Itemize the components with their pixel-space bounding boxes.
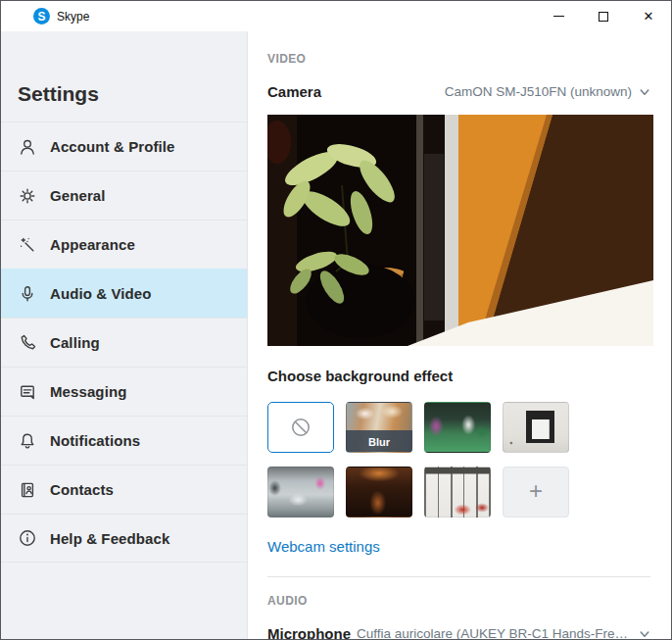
audio-video-settings-panel: VIDEO Camera CamON SM-J510FN (unknown) bbox=[248, 31, 671, 639]
sidebar-item-label: Help & Feedback bbox=[50, 530, 169, 547]
sidebar-item-label: Contacts bbox=[50, 481, 114, 498]
sidebar-item-label: General bbox=[50, 187, 106, 204]
message-icon bbox=[18, 382, 37, 402]
sidebar-item-notifications[interactable]: Notifications bbox=[1, 416, 247, 465]
maximize-icon bbox=[599, 12, 608, 22]
microphone-label: Microphone bbox=[267, 625, 351, 639]
sidebar-item-label: Messaging bbox=[50, 383, 126, 400]
webcam-settings-link[interactable]: Webcam settings bbox=[267, 538, 380, 556]
sidebar-item-calling[interactable]: Calling bbox=[1, 318, 247, 367]
person-icon bbox=[18, 137, 37, 157]
video-section-header: VIDEO bbox=[267, 53, 650, 66]
none-icon bbox=[290, 417, 312, 438]
window-controls: ✕ bbox=[536, 1, 671, 31]
effect-blur-button[interactable]: Blur bbox=[346, 402, 412, 453]
add-background-button[interactable]: + bbox=[503, 467, 569, 517]
effect-background-hallway-button[interactable] bbox=[503, 402, 569, 453]
phone-icon bbox=[18, 333, 37, 353]
sidebar-item-label: Appearance bbox=[50, 236, 135, 253]
blur-label: Blur bbox=[347, 436, 411, 448]
microphone-icon bbox=[18, 284, 37, 304]
microphone-select-value: Cuffia auricolare (AUKEY BR-C1 Hands-Fre… bbox=[357, 626, 632, 639]
effect-background-store-button[interactable] bbox=[267, 467, 334, 517]
sidebar-item-appearance[interactable]: Appearance bbox=[1, 220, 247, 269]
skype-logo-icon: S bbox=[33, 8, 50, 25]
plus-icon: + bbox=[529, 479, 543, 503]
effect-none-button[interactable] bbox=[267, 402, 334, 453]
background-effect-heading: Choose background effect bbox=[267, 368, 650, 385]
camera-select[interactable]: CamON SM-J510FN (unknown) bbox=[445, 84, 650, 99]
camera-label: Camera bbox=[267, 83, 321, 100]
section-divider bbox=[267, 576, 650, 577]
page-title: Settings bbox=[18, 82, 247, 106]
minimize-icon bbox=[553, 16, 564, 17]
sidebar-item-contacts[interactable]: Contacts bbox=[1, 465, 247, 514]
background-effect-list: Blur + bbox=[267, 402, 593, 517]
wand-icon bbox=[18, 235, 37, 255]
settings-nav: Account & Profile General Appearance Aud… bbox=[1, 122, 247, 563]
sidebar-item-account-profile[interactable]: Account & Profile bbox=[1, 122, 247, 171]
camera-preview bbox=[267, 115, 653, 346]
sidebar-item-label: Calling bbox=[50, 334, 100, 351]
camera-row: Camera CamON SM-J510FN (unknown) bbox=[267, 82, 650, 101]
info-icon bbox=[18, 528, 37, 548]
chevron-down-icon bbox=[639, 86, 650, 98]
camera-preview-image bbox=[267, 115, 653, 346]
sidebar-item-label: Audio & Video bbox=[50, 285, 152, 302]
audio-section-header: AUDIO bbox=[267, 595, 650, 608]
sidebar-item-label: Notifications bbox=[50, 432, 140, 449]
microphone-select[interactable]: Cuffia auricolare (AUKEY BR-C1 Hands-Fre… bbox=[357, 626, 650, 639]
sidebar-item-general[interactable]: General bbox=[1, 171, 247, 220]
minimize-button[interactable] bbox=[536, 1, 581, 31]
gear-icon bbox=[18, 186, 37, 206]
camera-select-value: CamON SM-J510FN (unknown) bbox=[445, 84, 632, 99]
effect-background-street-button[interactable] bbox=[346, 467, 412, 517]
sidebar-item-help-feedback[interactable]: Help & Feedback bbox=[1, 514, 247, 563]
effect-background-cafe-button[interactable] bbox=[424, 467, 491, 517]
chevron-down-icon bbox=[639, 628, 650, 640]
skype-settings-window: S Skype ✕ Settings Account & Profile Gen… bbox=[0, 0, 672, 640]
sidebar-item-audio-video[interactable]: Audio & Video bbox=[1, 269, 247, 318]
sidebar-item-messaging[interactable]: Messaging bbox=[1, 367, 247, 416]
contacts-icon bbox=[18, 480, 37, 500]
window-title: Skype bbox=[57, 10, 89, 24]
microphone-row: Microphone Cuffia auricolare (AUKEY BR-C… bbox=[267, 624, 650, 639]
bell-icon bbox=[18, 431, 37, 451]
close-icon: ✕ bbox=[644, 10, 654, 23]
sidebar-item-label: Account & Profile bbox=[50, 138, 175, 155]
effect-background-gym-button[interactable] bbox=[424, 402, 491, 453]
settings-sidebar: Settings Account & Profile General Appea… bbox=[1, 31, 248, 639]
close-button[interactable]: ✕ bbox=[626, 1, 671, 31]
titlebar: S Skype ✕ bbox=[1, 1, 671, 31]
maximize-button[interactable] bbox=[581, 1, 626, 31]
